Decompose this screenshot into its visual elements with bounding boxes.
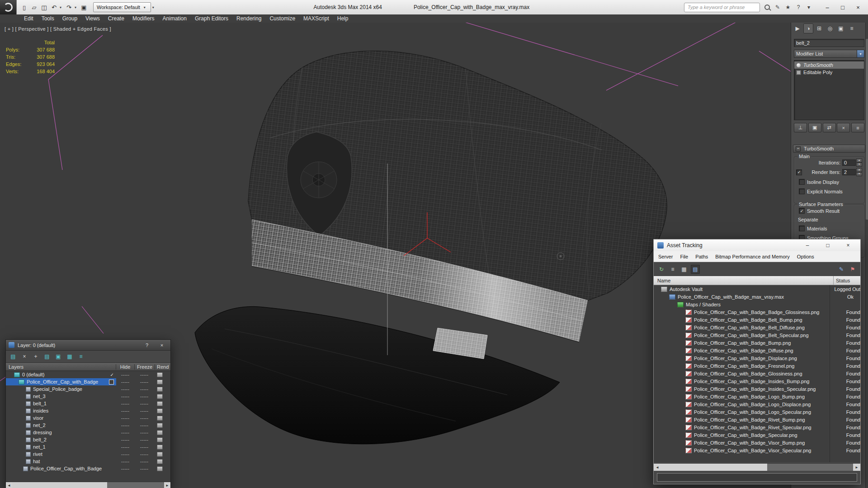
- render-toggle-icon[interactable]: [157, 408, 163, 413]
- object-row[interactable]: Special_Police_badge ----------: [6, 385, 170, 393]
- smooth-result-checkbox[interactable]: ✓: [799, 208, 805, 214]
- tab-modify-icon[interactable]: ◑: [803, 23, 813, 33]
- menu-animation[interactable]: Animation: [159, 14, 191, 23]
- asset-tracking-titlebar[interactable]: Asset Tracking – □ ×: [654, 239, 860, 251]
- search-icon[interactable]: [764, 5, 770, 10]
- menu-group[interactable]: Group: [58, 14, 81, 23]
- render-toggle-icon[interactable]: [157, 466, 163, 471]
- search-input[interactable]: Type a keyword or phrase: [684, 3, 760, 12]
- menu-create[interactable]: Create: [104, 14, 128, 23]
- favorites-icon[interactable]: ★: [785, 4, 791, 10]
- delete-layer-icon[interactable]: ×: [20, 352, 28, 361]
- layer-window-titlebar[interactable]: Layer: 0 (default) ? ×: [6, 340, 170, 351]
- object-row[interactable]: net_2 ----------: [6, 422, 170, 429]
- thumbnail-view-icon[interactable]: ▦: [679, 265, 689, 274]
- render-toggle-icon[interactable]: [157, 387, 163, 392]
- render-toggle-icon[interactable]: [157, 452, 163, 457]
- modifier-list-dropdown[interactable]: Modifier List ▾: [794, 50, 864, 58]
- column-name[interactable]: Name: [654, 276, 833, 285]
- undo-dropdown-icon[interactable]: ▾: [60, 5, 63, 9]
- render-toggle-icon[interactable]: [157, 394, 163, 399]
- render-toggle-icon[interactable]: [157, 437, 163, 442]
- render-toggle-icon[interactable]: [157, 372, 163, 377]
- menu-edit[interactable]: Edit: [20, 14, 38, 23]
- remove-modifier-button[interactable]: ×: [837, 123, 850, 132]
- render-iters-checkbox[interactable]: ✓: [796, 169, 802, 175]
- materials-checkbox[interactable]: [799, 225, 805, 231]
- help-icon[interactable]: ?: [795, 4, 802, 10]
- workspace-dropdown[interactable]: Workspace: Default ▾: [93, 2, 151, 12]
- turbosmooth-rollout-header[interactable]: − TurboSmooth: [793, 145, 865, 153]
- object-row[interactable]: visor ----------: [6, 414, 170, 422]
- save-file-icon[interactable]: ◫: [40, 2, 48, 12]
- layer-row[interactable]: 0 (default)✓ ----------: [6, 371, 170, 378]
- asset-horizontal-scrollbar[interactable]: ◄ ►: [654, 463, 860, 471]
- menu-tools[interactable]: Tools: [38, 14, 58, 23]
- object-row[interactable]: belt_2 ----------: [6, 436, 170, 443]
- minimize-button[interactable]: –: [799, 241, 816, 250]
- new-file-icon[interactable]: ▯: [20, 2, 28, 12]
- scrollbar-thumb[interactable]: [661, 464, 767, 471]
- layer-toggle-box[interactable]: [109, 380, 114, 385]
- column-status[interactable]: Status: [833, 276, 860, 285]
- show-end-result-button[interactable]: ▣: [808, 123, 821, 132]
- menu-options[interactable]: Options: [793, 254, 818, 259]
- object-row[interactable]: Police_Officer_Cap_with_Badge ----------: [6, 465, 170, 472]
- undo-icon[interactable]: ↶: [50, 2, 58, 12]
- render-toggle-icon[interactable]: [157, 416, 163, 421]
- menu-help[interactable]: Help: [333, 14, 353, 23]
- object-row[interactable]: hat ----------: [6, 458, 170, 465]
- iterations-spinner[interactable]: ▴ ▾: [856, 159, 862, 167]
- menu-maxscript[interactable]: MAXScript: [299, 14, 333, 23]
- project-toggle-icon[interactable]: ▣: [80, 2, 88, 12]
- column-hide[interactable]: Hide: [116, 364, 134, 370]
- list-view-icon[interactable]: ≡: [668, 265, 677, 274]
- redo-dropdown-icon[interactable]: ▾: [75, 5, 78, 9]
- viewport-label[interactable]: [ + ] [ Perspective ] [ Shaded + Edged F…: [5, 26, 111, 32]
- maximize-button[interactable]: □: [819, 241, 836, 250]
- scroll-left-icon[interactable]: ◄: [654, 464, 661, 471]
- toolbar-options-icon[interactable]: ▾: [152, 5, 156, 9]
- panel-scrollbar[interactable]: [865, 23, 868, 488]
- scroll-left-icon[interactable]: ◄: [6, 482, 12, 488]
- column-layers[interactable]: Layers: [6, 364, 116, 370]
- add-to-layer-icon[interactable]: +: [32, 352, 40, 361]
- open-file-icon[interactable]: ▱: [30, 2, 38, 12]
- report-icon[interactable]: ⚑: [848, 265, 857, 274]
- object-name-field[interactable]: belt_2: [794, 39, 864, 47]
- object-row[interactable]: belt_1 ----------: [6, 400, 170, 407]
- render-iters-field[interactable]: 2: [842, 169, 856, 175]
- render-toggle-icon[interactable]: [157, 459, 163, 464]
- pin-stack-button[interactable]: ⊥: [794, 123, 807, 132]
- asset-path-field[interactable]: [657, 473, 857, 482]
- column-freeze[interactable]: Freeze: [134, 364, 155, 370]
- stack-item-turbosmooth[interactable]: TurboSmooth: [794, 61, 864, 69]
- close-button[interactable]: ×: [840, 241, 857, 250]
- object-row[interactable]: dressing ----------: [6, 429, 170, 436]
- object-row[interactable]: net_1 ----------: [6, 443, 170, 450]
- menu-server[interactable]: Server: [655, 254, 676, 259]
- panel-scrollbar-thumb[interactable]: [866, 39, 868, 220]
- tab-hierarchy-icon[interactable]: ⊞: [814, 23, 824, 33]
- help-button[interactable]: ?: [141, 343, 153, 348]
- layer-properties-icon[interactable]: ≡: [77, 352, 85, 361]
- menu-paths[interactable]: Paths: [692, 254, 712, 259]
- menu-views[interactable]: Views: [81, 14, 104, 23]
- modifier-enabled-icon[interactable]: [796, 63, 801, 68]
- menu-rendering[interactable]: Rendering: [232, 14, 265, 23]
- close-button[interactable]: ×: [156, 343, 168, 348]
- render-toggle-icon[interactable]: [157, 401, 163, 406]
- app-menu-button[interactable]: [0, 0, 17, 14]
- table-view-icon[interactable]: ▤: [691, 265, 700, 274]
- tab-motion-icon[interactable]: ◎: [825, 23, 835, 33]
- scroll-right-icon[interactable]: ►: [853, 464, 860, 471]
- menu-customize[interactable]: Customize: [265, 14, 299, 23]
- layer-horizontal-scrollbar[interactable]: ◄ ►: [6, 482, 170, 488]
- render-toggle-icon[interactable]: [157, 380, 163, 385]
- render-toggle-icon[interactable]: [157, 445, 163, 450]
- column-render[interactable]: Rend: [155, 364, 170, 370]
- menu-bitmap-performance[interactable]: Bitmap Performance and Memory: [712, 254, 793, 259]
- refresh-icon[interactable]: ↻: [657, 265, 666, 274]
- render-iters-spinner[interactable]: ▴ ▾: [856, 168, 862, 176]
- render-toggle-icon[interactable]: [157, 423, 163, 428]
